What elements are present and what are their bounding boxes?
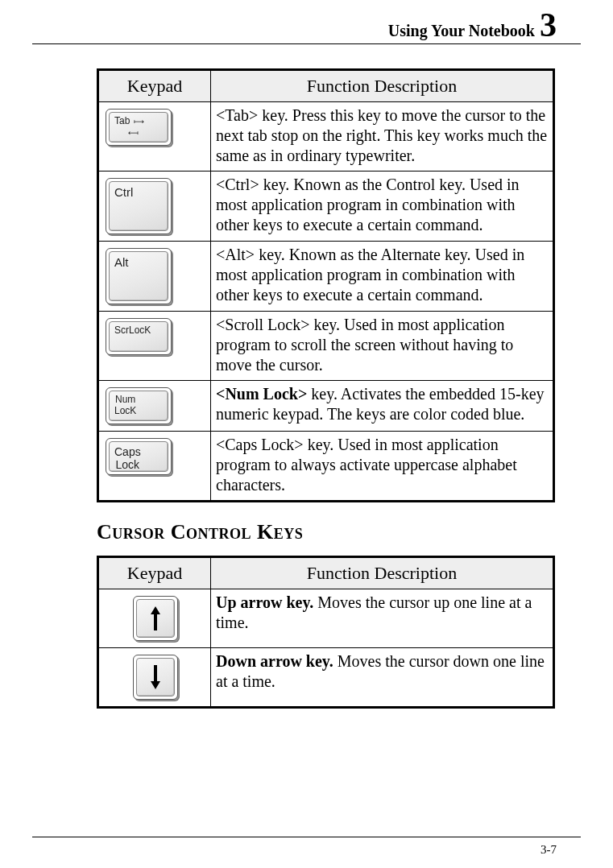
col-header-keypad: Keypad: [98, 557, 211, 589]
keycap-numlock: NumLocK: [106, 387, 172, 424]
desc-rest: key. Press this key to move the cursor t…: [216, 106, 547, 164]
desc-bold: <Num Lock>: [216, 385, 307, 403]
header-title: Using Your Notebook: [388, 22, 535, 40]
keypad-table-1: Keypad Function Description Tab ⟼ ⟻: [97, 68, 555, 502]
keycap-label: CapsLock: [114, 445, 141, 471]
table-row: Up arrow key. Moves the cursor up one li…: [98, 589, 554, 648]
table-row: ScrLocK <Scroll Lock> key. Used in most …: [98, 312, 554, 381]
desc-pre: <Caps Lock>: [216, 436, 304, 453]
down-arrow-icon: [149, 663, 162, 691]
desc-pre: <Scroll Lock>: [216, 316, 309, 333]
keycap-label: Alt: [114, 255, 129, 269]
table-row: Down arrow key. Moves the cursor down on…: [98, 648, 554, 708]
desc-rest: key. Known as the Alternate key. Used in…: [216, 246, 524, 304]
desc-bold: Up arrow key.: [216, 593, 313, 611]
keycap-scrlock: ScrLocK: [106, 318, 172, 355]
page-header: Using Your Notebook 3: [0, 0, 613, 43]
keycap-tab: Tab ⟼ ⟻: [106, 109, 172, 146]
table-row: Tab ⟼ ⟻ <Tab> key. Press this key to mov…: [98, 102, 554, 172]
keycap-label: Ctrl: [114, 185, 133, 199]
desc-pre: <Ctrl>: [216, 176, 259, 193]
keycap-capslock: CapsLock: [106, 438, 172, 475]
keypad-table-2: Keypad Function Description Up arrow: [97, 556, 555, 709]
footer-rule: [32, 837, 581, 837]
table-row: Alt <Alt> key. Known as the Alternate ke…: [98, 242, 554, 312]
keycap-label: Tab: [114, 115, 130, 126]
up-arrow-icon: [149, 605, 162, 632]
keycap-alt: Alt: [106, 248, 172, 304]
col-header-desc: Function Description: [211, 557, 554, 589]
col-header-desc: Function Description: [211, 70, 554, 102]
table-row: NumLocK <Num Lock> key. Activates the em…: [98, 381, 554, 432]
page-number: 3-7: [541, 843, 557, 857]
desc-rest: key. Known as the Control key. Used in m…: [216, 176, 520, 234]
chapter-number: 3: [540, 8, 557, 42]
desc-pre: <Tab>: [216, 106, 258, 124]
section-heading: Cursor Control Keys: [97, 520, 555, 544]
keycap-up-arrow: [133, 596, 178, 641]
keycap-label: ScrLocK: [114, 325, 151, 337]
keycap-ctrl: Ctrl: [106, 178, 172, 234]
keycap-label: NumLocK: [114, 395, 136, 417]
keycap-down-arrow: [133, 655, 178, 700]
col-header-keypad: Keypad: [98, 70, 211, 102]
desc-bold: Down arrow key.: [216, 652, 333, 670]
table-row: Ctrl <Ctrl> key. Known as the Control ke…: [98, 172, 554, 242]
desc-pre: <Alt>: [216, 246, 255, 263]
table-row: CapsLock <Caps Lock> key. Used in most a…: [98, 432, 554, 502]
